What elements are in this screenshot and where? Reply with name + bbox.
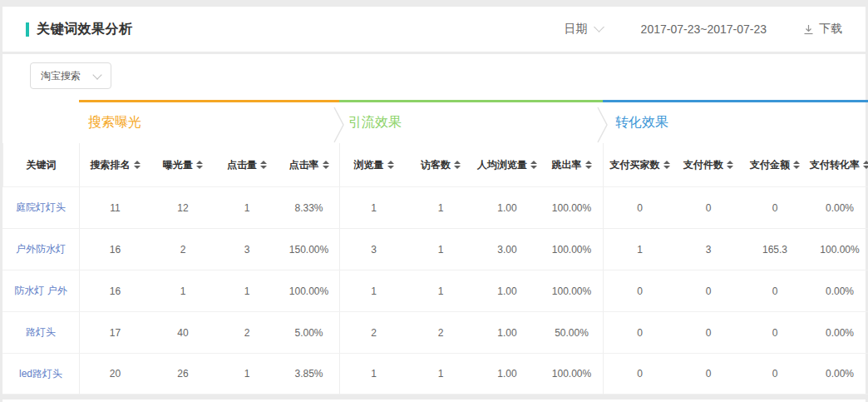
group-separator-chevron — [333, 104, 346, 146]
chevron-down-icon — [92, 70, 101, 79]
column-header[interactable]: 支付金额 — [741, 143, 809, 186]
table-cell: 0 — [741, 270, 809, 311]
column-header-label: 支付件数 — [683, 158, 723, 172]
column-header-label: 浏览量 — [354, 158, 384, 172]
table-cell: 0 — [676, 186, 741, 228]
date-range-value: 2017-07-23~2017-07-23 — [641, 22, 767, 36]
table-cell: 2 — [339, 311, 407, 353]
sort-icon — [727, 161, 733, 169]
column-header-label: 跳出率 — [552, 158, 582, 172]
table-cell: 3.00 — [474, 228, 540, 270]
sort-icon — [863, 161, 868, 169]
keyword-link[interactable]: 户外防水灯 — [2, 228, 79, 270]
group-header-conversion-effect: 转化效果 — [603, 100, 868, 143]
table-cell: 0.00% — [809, 353, 868, 395]
column-header[interactable]: 访客数 — [407, 143, 474, 186]
group-header-traffic-effect: 引流效果 — [339, 100, 603, 143]
column-header[interactable]: 支付转化率 — [809, 143, 868, 186]
sort-icon — [663, 161, 670, 169]
column-header-keyword[interactable]: 关键词 — [2, 143, 79, 186]
table-cell: 0 — [603, 311, 676, 353]
column-header[interactable]: 点击率 — [279, 143, 339, 186]
table-cell: 2 — [407, 311, 474, 353]
sort-icon — [260, 161, 267, 169]
table-cell: 150.00% — [279, 228, 339, 270]
keyword-link[interactable]: 庭院灯灯头 — [2, 186, 79, 228]
group-header-spacer — [2, 100, 79, 143]
column-header-label: 点击率 — [289, 158, 319, 172]
keyword-link[interactable]: 防水灯 户外 — [2, 270, 79, 311]
table-cell: 1.00 — [474, 311, 540, 353]
table-cell: 100.00% — [540, 186, 603, 228]
keyword-link[interactable]: 路灯头 — [2, 311, 79, 353]
table-cell: 1 — [603, 228, 676, 270]
column-header-label: 搜索排名 — [91, 158, 131, 172]
table-cell: 3 — [339, 228, 407, 270]
table-cell: 0 — [603, 186, 676, 228]
table-cell: 1.00 — [474, 353, 540, 395]
sort-icon — [793, 161, 800, 169]
date-dropdown[interactable]: 日期 — [565, 22, 603, 37]
table-cell: 0 — [741, 353, 809, 395]
download-button[interactable]: 下载 — [803, 22, 842, 37]
column-header[interactable]: 支付买家数 — [603, 143, 676, 186]
table-cell: 100.00% — [540, 270, 603, 311]
table-cell: 1 — [215, 186, 279, 228]
date-dropdown-label: 日期 — [565, 22, 588, 37]
table-cell: 3 — [215, 228, 279, 270]
table-cell: 0.00% — [809, 311, 868, 353]
table-cell: 17 — [79, 311, 150, 353]
page-title: 关键词效果分析 — [37, 21, 133, 38]
table-cell: 3.85% — [279, 353, 339, 395]
table-cell: 0 — [676, 311, 741, 353]
page: 关键词效果分析 日期 2017-07-23~2017-07-23 下载 淘宝搜索 — [0, 0, 868, 402]
column-header[interactable]: 曝光量 — [150, 143, 215, 186]
table-cell: 100.00% — [809, 228, 868, 270]
table-cell: 16 — [79, 228, 150, 270]
sort-icon — [530, 161, 537, 169]
table-cell: 1.00 — [474, 186, 540, 228]
table-cell: 2 — [150, 228, 215, 270]
table-cell: 1 — [407, 270, 474, 311]
column-header-label: 曝光量 — [163, 158, 193, 172]
column-header-label: 人均浏览量 — [477, 158, 527, 172]
chevron-down-icon — [594, 22, 604, 32]
table-cell: 5.00% — [279, 311, 339, 353]
column-header[interactable]: 人均浏览量 — [474, 143, 540, 186]
table-cell: 0 — [676, 270, 741, 311]
column-header-label: 点击量 — [227, 158, 257, 172]
channel-select-value: 淘宝搜索 — [41, 69, 81, 83]
table-cell: 1 — [150, 270, 215, 311]
table-cell: 0 — [603, 270, 676, 311]
sort-icon — [196, 161, 203, 169]
table-cell: 16 — [79, 270, 150, 311]
table-cell: 1 — [407, 353, 474, 395]
column-header[interactable]: 跳出率 — [540, 143, 603, 186]
column-header-label: 支付金额 — [750, 158, 790, 172]
table-cell: 1 — [339, 270, 407, 311]
content-panel: 淘宝搜索 搜索曝光 引流效果 转化效果 关键词搜索排名曝光量点 — [2, 54, 866, 395]
table-cell: 50.00% — [540, 311, 603, 353]
keyword-link[interactable]: led路灯头 — [2, 353, 79, 395]
table-cell: 1 — [339, 353, 407, 395]
header-right: 日期 2017-07-23~2017-07-23 下载 — [565, 22, 842, 37]
sort-icon — [387, 161, 394, 169]
keyword-table: 搜索曝光 引流效果 转化效果 关键词搜索排名曝光量点击量点击率浏览量访客数人均浏… — [2, 100, 866, 395]
table-cell: 1 — [407, 186, 474, 228]
sort-icon — [323, 161, 329, 169]
column-header[interactable]: 搜索排名 — [79, 143, 150, 186]
column-header-label: 支付转化率 — [810, 158, 860, 172]
column-header-label: 支付买家数 — [610, 158, 660, 172]
download-label: 下载 — [819, 22, 842, 37]
column-header[interactable]: 浏览量 — [339, 143, 407, 186]
table-cell: 0.00% — [809, 186, 868, 228]
table-cell: 0 — [603, 353, 676, 395]
table-cell: 0 — [741, 186, 809, 228]
table-cell: 0.00% — [809, 270, 868, 311]
sort-icon — [134, 161, 141, 169]
sort-icon — [454, 161, 461, 169]
table-cell: 3 — [676, 228, 741, 270]
channel-select[interactable]: 淘宝搜索 — [30, 62, 111, 89]
column-header[interactable]: 点击量 — [215, 143, 279, 186]
column-header[interactable]: 支付件数 — [676, 143, 741, 186]
